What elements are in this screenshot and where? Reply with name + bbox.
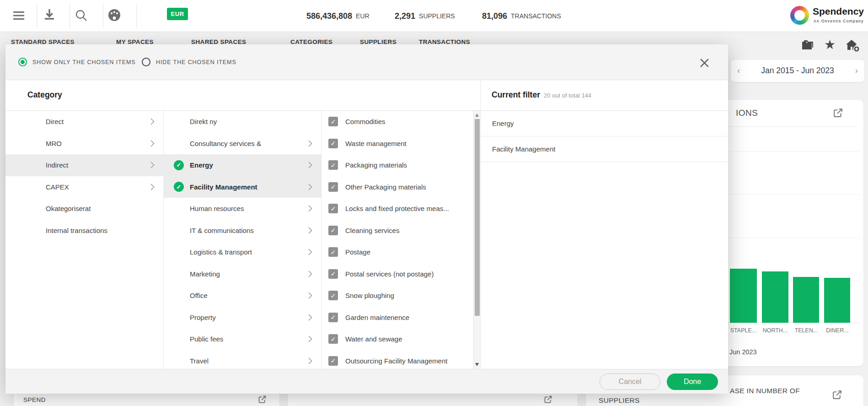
category-filter-dialog: SHOW ONLY THE CHOSEN ITEMS HIDE THE CHOS… <box>5 44 728 394</box>
list-item[interactable]: Internal transactions <box>5 220 163 242</box>
stat-label: TRANSACTIONS <box>511 12 561 20</box>
palette-icon[interactable] <box>106 7 123 23</box>
scroll-up-icon[interactable] <box>475 114 479 117</box>
top-bar: EUR 586,436,808 EUR 2,291 SUPPLIERS 81,0… <box>0 0 868 32</box>
middle-card <box>288 392 578 406</box>
radio-show-only-chosen[interactable]: SHOW ONLY THE CHOSEN ITEMS <box>18 58 136 66</box>
checkbox-checked-icon[interactable]: ✓ <box>328 117 338 126</box>
list-item[interactable]: ✓Outsourcing Facility Management <box>321 350 473 369</box>
divider <box>70 4 70 28</box>
checkbox-checked-icon[interactable]: ✓ <box>328 247 338 257</box>
list-item[interactable]: CAPEX <box>5 176 163 198</box>
checkbox-checked-icon[interactable]: ✓ <box>328 182 338 192</box>
check-circle-icon[interactable]: ✓ <box>174 182 184 192</box>
star-icon[interactable]: ★ <box>824 37 836 52</box>
list-item[interactable]: ✓Locks and fixed protective meas... <box>321 198 473 220</box>
chevron-right-icon <box>308 314 312 321</box>
search-icon[interactable] <box>74 8 88 22</box>
bar-telen[interactable] <box>793 277 819 323</box>
list-item[interactable]: Consultancy services & <box>163 133 321 155</box>
item-label: Direkt ny <box>190 118 217 125</box>
hamburger-menu-icon[interactable] <box>12 9 26 22</box>
divider <box>136 4 137 28</box>
external-link-icon[interactable] <box>543 395 553 404</box>
item-label: Packaging materials <box>345 161 407 169</box>
scrollbar[interactable] <box>473 111 480 369</box>
item-label: Human resources <box>190 205 244 212</box>
current-filter-item[interactable]: Energy <box>481 111 728 136</box>
chevron-right-icon <box>308 357 312 364</box>
list-item[interactable]: ✓Postage <box>321 241 473 263</box>
chevron-right-icon <box>150 118 155 125</box>
list-item[interactable]: ✓Packaging materials <box>321 154 473 176</box>
list-item[interactable]: ✓Garden maintenence <box>321 307 473 329</box>
list-item[interactable]: Public fees <box>163 328 321 350</box>
chart-x-label: Jun 2023 <box>729 348 757 356</box>
radio-hide-chosen[interactable]: HIDE THE CHOSEN ITEMS <box>142 58 236 66</box>
checkbox-checked-icon[interactable]: ✓ <box>328 313 338 322</box>
list-item[interactable]: IT & communications <box>163 220 321 242</box>
external-link-icon[interactable] <box>832 107 844 119</box>
radio-label: SHOW ONLY THE CHOSEN ITEMS <box>32 59 136 65</box>
list-item[interactable]: Logistics & transport <box>163 241 321 263</box>
checkbox-checked-icon[interactable]: ✓ <box>328 139 338 148</box>
close-icon[interactable] <box>699 57 710 68</box>
bar-north[interactable] <box>762 271 788 323</box>
item-label: Facility Management <box>190 183 257 191</box>
bar-diner[interactable] <box>824 278 850 323</box>
list-item[interactable]: ✓Commodities <box>321 111 473 133</box>
done-button[interactable]: Done <box>667 374 718 390</box>
scroll-down-icon[interactable] <box>475 363 479 366</box>
home-add-icon[interactable] <box>845 39 861 53</box>
bar-label: STAPLE... <box>727 327 760 334</box>
dialog-header: SHOW ONLY THE CHOSEN ITEMS HIDE THE CHOS… <box>5 44 728 80</box>
list-item[interactable]: ✓Cleaning services <box>321 220 473 242</box>
list-item[interactable]: Office <box>163 285 321 307</box>
list-item[interactable]: ✓Waste management <box>321 133 473 155</box>
list-item[interactable]: Marketing <box>163 263 321 285</box>
list-item[interactable]: Human resources <box>163 198 321 220</box>
item-label: Facility Management <box>492 145 555 153</box>
check-circle-icon[interactable]: ✓ <box>174 160 184 170</box>
checkbox-checked-icon[interactable]: ✓ <box>328 334 338 344</box>
spend-card-title: SPEND <box>23 396 46 403</box>
item-label: CAPEX <box>46 183 69 191</box>
list-item[interactable]: Property <box>163 307 321 329</box>
checkbox-checked-icon[interactable]: ✓ <box>328 204 338 213</box>
external-link-icon[interactable] <box>257 395 267 404</box>
list-item[interactable]: Direct <box>5 111 163 133</box>
list-item-checked[interactable]: ✓Facility Management <box>163 176 321 198</box>
date-range-label: Jan 2015 - Jun 2023 <box>731 66 864 76</box>
radio-selected-icon[interactable] <box>18 58 27 66</box>
checkbox-checked-icon[interactable]: ✓ <box>328 226 338 235</box>
checkbox-checked-icon[interactable]: ✓ <box>328 160 338 170</box>
current-filter-count: 20 out of total 144 <box>544 92 591 99</box>
list-item[interactable]: ✓Postal services (not postage) <box>321 263 473 285</box>
list-item-selected[interactable]: Indirect <box>5 154 163 176</box>
checkbox-checked-icon[interactable]: ✓ <box>328 356 338 366</box>
checkbox-checked-icon[interactable]: ✓ <box>328 291 338 300</box>
date-range-picker[interactable]: ‹ Jan 2015 - Jun 2023 › <box>731 60 864 82</box>
list-item[interactable]: Okategoriserat <box>5 198 163 220</box>
checkbox-checked-icon[interactable]: ✓ <box>328 269 338 279</box>
download-icon[interactable] <box>43 8 56 22</box>
currency-badge[interactable]: EUR <box>167 8 188 20</box>
list-item[interactable]: MRO <box>5 133 163 155</box>
list-item[interactable]: Direkt ny <box>163 111 321 133</box>
chart-gridline <box>727 194 860 195</box>
scrollbar-thumb[interactable] <box>475 119 480 316</box>
list-item[interactable]: ✓Water and sewage <box>321 328 473 350</box>
cancel-button[interactable]: Cancel <box>600 374 660 390</box>
list-item-checked[interactable]: ✓Energy <box>163 154 321 176</box>
current-filter-item[interactable]: Facility Management <box>481 136 728 162</box>
bar-staple[interactable] <box>730 269 757 323</box>
stat-transactions: 81,096 TRANSACTIONS <box>482 0 561 32</box>
list-item[interactable]: Travel <box>163 350 321 369</box>
radio-unselected-icon[interactable] <box>142 58 150 66</box>
date-next-icon[interactable]: › <box>855 65 858 76</box>
external-link-icon[interactable] <box>831 389 843 401</box>
list-item[interactable]: ✓Snow ploughing <box>321 285 473 307</box>
folders-icon[interactable] <box>800 40 814 52</box>
card-title-line1: ASE IN NUMBER OF <box>730 387 800 395</box>
list-item[interactable]: ✓Other Packaging materials <box>321 176 473 198</box>
